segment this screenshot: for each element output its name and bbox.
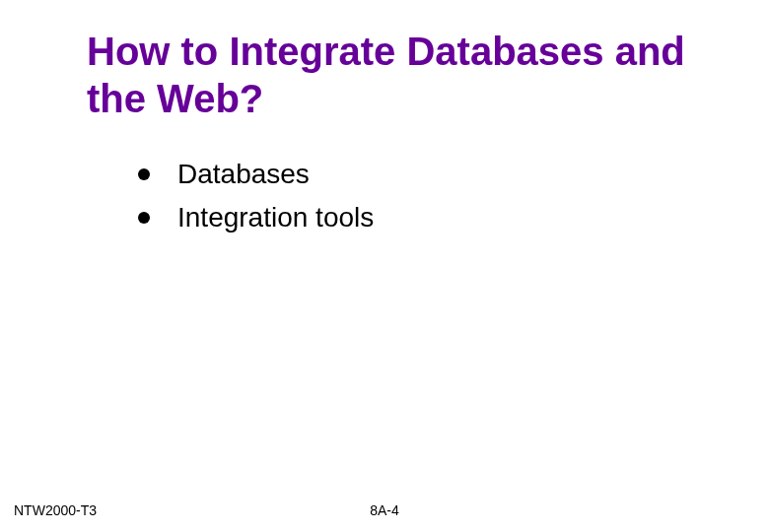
list-item: Integration tools	[138, 199, 690, 236]
bullet-text: Databases	[177, 156, 310, 193]
slide-body: Databases Integration tools	[138, 156, 690, 242]
bullet-icon	[138, 168, 150, 180]
bullet-text: Integration tools	[177, 199, 374, 236]
slide-title: How to Integrate Databases and the Web?	[87, 28, 710, 122]
footer-center: 8A-4	[0, 502, 769, 518]
slide: How to Integrate Databases and the Web? …	[0, 0, 769, 532]
bullet-icon	[138, 212, 150, 224]
list-item: Databases	[138, 156, 690, 193]
